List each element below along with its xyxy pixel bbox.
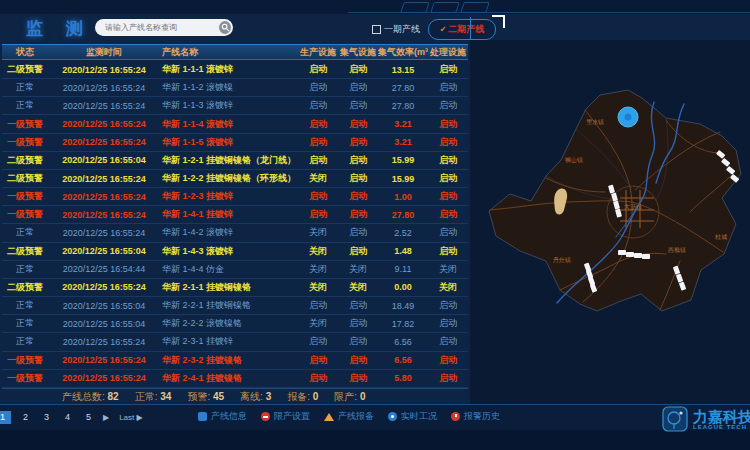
line-info-icon [198, 412, 207, 421]
legend-item[interactable]: 产线报备 [324, 410, 374, 423]
page-button[interactable]: 1 [0, 411, 11, 424]
row-line-name: 华新 1-4-2 滚镀锌 [160, 226, 298, 239]
summary-bar: 产线总数: 82正常: 34预警: 45离线: 3报备: 0限产: 0 [2, 388, 468, 404]
district-map[interactable]: 里水镇狮山镇大沥镇丹灶镇西樵镇桂城 [470, 40, 750, 404]
row-status: 二级预警 [2, 245, 48, 258]
last-page-button[interactable]: Last ▶ [119, 413, 143, 422]
page-button[interactable]: 5 [82, 411, 95, 424]
row-line-name: 华新 1-2-2 挂镀铜镍铬（环形线） [160, 172, 298, 185]
table-row[interactable]: 一级预警 2020/12/25 16:55:24 华新 2-4-1 挂镀镍铬 启… [2, 370, 468, 388]
table-row[interactable]: 二级预警 2020/12/25 16:55:24 华新 1-2-2 挂镀铜镍铬（… [2, 170, 468, 188]
row-production-facility: 启动 [298, 190, 338, 203]
table-row[interactable]: 二级预警 2020/12/25 16:55:04 华新 1-4-3 滚镀锌 关闭… [2, 243, 468, 261]
table-row[interactable]: 二级预警 2020/12/25 16:55:24 华新 1-1-1 滚镀锌 启动… [2, 61, 468, 79]
map-town-label: 狮山镇 [565, 156, 583, 165]
row-line-name: 华新 2-3-1 挂镀锌 [160, 335, 298, 348]
row-gas-efficiency: 6.56 [378, 337, 428, 347]
row-status: 一级预警 [2, 208, 48, 221]
row-monitor-time: 2020/12/25 16:55:24 [48, 83, 160, 93]
column-header: 集气效率(m³/s) [378, 46, 428, 59]
legend-item[interactable]: 报警历史 [451, 410, 500, 423]
map-town-label: 里水镇 [586, 118, 604, 127]
phase1-checkbox[interactable]: 一期产线 [372, 23, 420, 36]
table-row[interactable]: 正常 2020/12/25 16:55:24 华新 1-4-2 滚镀锌 关闭 启… [2, 224, 468, 242]
row-gas-collection-facility: 启动 [338, 372, 378, 385]
logo-name: 力嘉科技 [693, 409, 750, 424]
table-row[interactable]: 正常 2020/12/25 16:55:04 华新 2-2-2 滚镀镍铬 关闭 … [2, 315, 468, 333]
brand-logo: 力嘉科技 LEAGUE TECH [662, 406, 750, 432]
map-town-label: 西樵镇 [668, 246, 686, 255]
summary-item: 产线总数: 82 [62, 390, 119, 404]
row-status: 正常 [2, 335, 48, 348]
phase2-toggle-button[interactable]: ✔ 二期产线 [428, 19, 496, 40]
map-legend: 产线信息限产设置产线报备实时工况报警历史 [198, 410, 514, 423]
table-row[interactable]: 正常 2020/12/25 16:55:24 华新 1-1-3 滚镀锌 启动 启… [2, 97, 468, 115]
production-limit-icon [261, 412, 270, 421]
summary-item: 限产: 0 [334, 390, 365, 404]
row-treatment-facility: 启动 [428, 154, 468, 167]
phase1-label: 一期产线 [384, 23, 420, 36]
row-gas-efficiency: 27.80 [378, 101, 428, 111]
checkbox-icon [372, 25, 381, 34]
page-button[interactable]: 2 [19, 411, 32, 424]
table-row[interactable]: 一级预警 2020/12/25 16:55:24 华新 1-1-4 滚镀锌 启动… [2, 115, 468, 133]
search-input[interactable] [95, 23, 219, 32]
table-row[interactable]: 正常 2020/12/25 16:55:24 华新 2-3-1 挂镀锌 启动 启… [2, 333, 468, 351]
map-cluster-marker[interactable] [618, 107, 638, 127]
row-gas-collection-facility: 启动 [338, 63, 378, 76]
row-monitor-time: 2020/12/25 16:55:24 [48, 119, 160, 129]
row-treatment-facility: 启动 [428, 208, 468, 221]
row-gas-collection-facility: 启动 [338, 190, 378, 203]
legend-item[interactable]: 实时工况 [388, 410, 437, 423]
row-status: 二级预警 [2, 63, 48, 76]
search-button[interactable] [219, 21, 231, 34]
row-gas-collection-facility: 启动 [338, 81, 378, 94]
row-gas-efficiency: 18.49 [378, 301, 428, 311]
next-page-button[interactable]: ▶ [103, 413, 109, 422]
realtime-status-icon [388, 412, 397, 421]
legend-item[interactable]: 限产设置 [261, 410, 310, 423]
line-report-icon [324, 413, 334, 421]
monitoring-dashboard: 监 测 一期产线 ✔ 二期产线 状态监测时间产线名称生产设施集气设施集气效率(m… [0, 0, 750, 450]
table-row[interactable]: 正常 2020/12/25 16:54:44 华新 1-4-4 仿金 关闭 关闭… [2, 261, 468, 279]
page-title: 监 测 [26, 17, 92, 40]
table-row[interactable]: 一级预警 2020/12/25 16:55:24 华新 1-2-3 挂镀锌 启动… [2, 188, 468, 206]
row-status: 正常 [2, 81, 48, 94]
row-production-facility: 启动 [298, 208, 338, 221]
row-line-name: 华新 1-4-4 仿金 [160, 263, 298, 276]
row-production-facility: 启动 [298, 299, 338, 312]
row-production-facility: 关闭 [298, 245, 338, 258]
row-treatment-facility: 启动 [428, 245, 468, 258]
row-status: 一级预警 [2, 118, 48, 131]
check-icon: ✔ [440, 25, 447, 34]
table-row[interactable]: 二级预警 2020/12/25 16:55:04 华新 1-2-1 挂镀铜镍铬（… [2, 152, 468, 170]
pagination: 12345▶Last ▶ [0, 411, 153, 424]
row-gas-collection-facility: 启动 [338, 245, 378, 258]
row-production-facility: 启动 [298, 136, 338, 149]
table-row[interactable]: 一级预警 2020/12/25 16:55:24 华新 1-4-1 挂镀锌 启动… [2, 206, 468, 224]
table-row[interactable]: 一级预警 2020/12/25 16:55:24 华新 2-3-2 挂镀镍铬 启… [2, 352, 468, 370]
header-ornament [430, 2, 460, 13]
search-bar[interactable] [95, 19, 233, 36]
header-ornament [400, 2, 430, 13]
table-row[interactable]: 一级预警 2020/12/25 16:55:24 华新 1-1-5 滚镀锌 启动… [2, 134, 468, 152]
table-row[interactable]: 正常 2020/12/25 16:55:04 华新 2-2-1 挂镀铜镍铬 启动… [2, 297, 468, 315]
table-row[interactable]: 正常 2020/12/25 16:55:24 华新 1-1-2 滚镀镍 启动 启… [2, 79, 468, 97]
page-button[interactable]: 4 [61, 411, 74, 424]
row-gas-collection-facility: 启动 [338, 354, 378, 367]
table-row[interactable]: 二级预警 2020/12/25 16:55:24 华新 2-1-1 挂镀铜镍铬 … [2, 279, 468, 297]
table-body: 二级预警 2020/12/25 16:55:24 华新 1-1-1 滚镀锌 启动… [2, 61, 468, 388]
row-gas-efficiency: 0.00 [378, 282, 428, 292]
legend-item[interactable]: 产线信息 [198, 410, 247, 423]
page-button[interactable]: 3 [40, 411, 53, 424]
row-monitor-time: 2020/12/25 16:55:24 [48, 355, 160, 365]
row-line-name: 华新 1-4-3 滚镀锌 [160, 245, 298, 258]
header-ornament [460, 2, 490, 13]
row-gas-efficiency: 9.11 [378, 264, 428, 274]
row-treatment-facility: 启动 [428, 190, 468, 203]
row-status: 一级预警 [2, 190, 48, 203]
row-treatment-facility: 关闭 [428, 281, 468, 294]
row-monitor-time: 2020/12/25 16:55:04 [48, 246, 160, 256]
row-gas-collection-facility: 关闭 [338, 263, 378, 276]
row-line-name: 华新 2-2-1 挂镀铜镍铬 [160, 299, 298, 312]
